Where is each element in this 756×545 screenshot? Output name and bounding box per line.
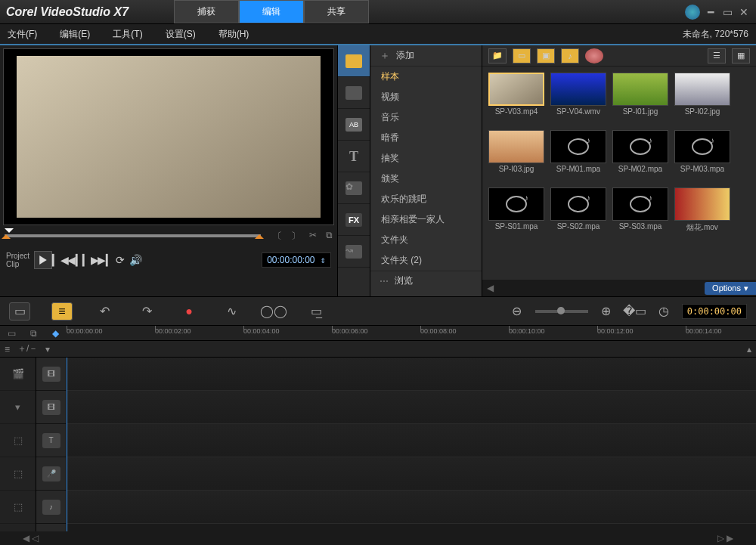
thumbnail[interactable]: SP-V04.wmv (550, 73, 606, 125)
filter-audio-button[interactable]: ♪ (561, 48, 579, 63)
options-button[interactable]: Options▾ (705, 282, 756, 295)
zoom-slider[interactable] (535, 310, 588, 313)
expand-icon[interactable]: ⧉ (326, 230, 333, 243)
project-clip-toggle[interactable]: Project Clip (6, 252, 29, 268)
track-toggle-music[interactable]: ⬚ (0, 491, 36, 524)
volume-button[interactable]: 🔊 (128, 254, 143, 266)
track-toggle-voice[interactable]: ⬚ (0, 457, 36, 491)
preview-viewport[interactable] (3, 48, 334, 225)
menu-settings[interactable]: 设置(S) (166, 28, 196, 41)
view-thumb-button[interactable]: ▦ (732, 48, 750, 63)
menu-tools[interactable]: 工具(T) (113, 28, 142, 41)
prev-frame-button[interactable]: ◀▎ (67, 254, 82, 266)
lib-tab-title[interactable]: T (338, 141, 370, 172)
filter-video-button[interactable]: ▭ (513, 48, 531, 63)
clock-icon[interactable]: ◷ (653, 302, 674, 320)
close-button[interactable]: ✕ (738, 6, 750, 18)
track-toggle-overlay[interactable]: ▾ (0, 391, 36, 424)
preview-timecode[interactable]: 00:00:00:00 ⇕ (262, 252, 331, 268)
lib-tab-filter[interactable]: FX (338, 204, 370, 236)
thumbnail[interactable]: SP-S01.mpa (488, 187, 544, 240)
ruler-marker-icon[interactable]: ◆ (52, 328, 59, 339)
folder-item[interactable]: 抽奖 (370, 148, 482, 169)
track-toggle-video[interactable]: 🎬 (0, 358, 36, 391)
ruler-mode-2[interactable]: ⧉ (30, 328, 37, 339)
video-track-header[interactable]: 🎞 (36, 358, 66, 391)
thumbnail[interactable]: SP-I03.jpg (488, 130, 544, 183)
voice-track-header[interactable]: 🎤 (36, 457, 66, 491)
folder-item[interactable]: 样本 (370, 67, 482, 87)
timeline-timecode[interactable]: 0:00:00:00 (682, 304, 747, 319)
playhead[interactable] (67, 358, 67, 531)
minimize-button[interactable]: ━ (705, 6, 717, 18)
thumbnail[interactable]: SP-M02.mpa (612, 130, 668, 183)
go-start-button[interactable]: ▎◀ (52, 254, 67, 266)
browse-button[interactable]: ⋯ 浏览 (370, 271, 482, 290)
thumbnail[interactable]: SP-S02.mpa (550, 187, 606, 240)
next-frame-button[interactable]: ▎▶ (82, 254, 98, 266)
overlay-track[interactable] (67, 391, 756, 424)
folder-item[interactable]: 相亲相爱一家人 (370, 209, 482, 230)
add-folder-button[interactable]: ＋ 添加 (370, 45, 482, 67)
video-track[interactable] (67, 358, 756, 391)
fit-project-button[interactable]: �▭ (624, 302, 646, 320)
import-button[interactable]: 📁 (488, 48, 507, 63)
tab-edit[interactable]: 编辑 (239, 0, 304, 23)
thumbnail[interactable]: SP-M01.mpa (550, 130, 606, 183)
menu-help[interactable]: 帮助(H) (218, 28, 249, 41)
lib-tab-graphic[interactable]: ✿ (338, 172, 370, 204)
globe-icon[interactable] (685, 5, 700, 20)
audio-mixer-button[interactable]: ∿ (221, 302, 242, 320)
timeline-scroll-left[interactable]: ◀ ◁ (23, 533, 53, 543)
thumbnail[interactable]: SP-V03.mp4 (488, 73, 544, 125)
tab-share[interactable]: 共享 (304, 0, 369, 23)
folder-item[interactable]: 颁奖 (370, 169, 482, 189)
gear-icon[interactable] (585, 48, 603, 63)
ruler-mode-1[interactable]: ▭ (8, 328, 16, 339)
menu-file[interactable]: 文件(F) (8, 28, 37, 41)
menu-edit[interactable]: 编辑(E) (60, 28, 90, 41)
thumbnail[interactable]: 烟花.mov (674, 187, 730, 240)
music-track[interactable] (67, 491, 756, 524)
lib-tab-instant[interactable] (338, 77, 370, 109)
overlay-track-header[interactable]: 🎞 (36, 391, 66, 424)
timeline-scroll-right[interactable]: ▷ ▶ (717, 533, 733, 543)
thumbnail[interactable]: SP-M03.mpa (674, 130, 730, 183)
go-end-button[interactable]: ▶▎ (98, 254, 113, 266)
thumbnail[interactable]: SP-S03.mpa (612, 187, 668, 240)
zoom-out-button[interactable]: ⊖ (507, 302, 528, 320)
timeline-mode-button[interactable]: ≡ (51, 302, 73, 320)
scroll-up-icon[interactable]: ▴ (747, 344, 751, 355)
title-track-header[interactable]: T (36, 424, 66, 457)
folder-item[interactable]: 文件夹 (370, 230, 482, 250)
zoom-in-button[interactable]: ⊕ (596, 302, 617, 320)
thumbnail[interactable]: SP-I02.jpg (674, 73, 730, 125)
scroll-left-icon[interactable]: ◀ (487, 283, 494, 293)
cut-icon[interactable]: ✂ (309, 230, 317, 243)
filter-photo-button[interactable]: ▣ (537, 48, 555, 63)
lib-tab-media[interactable] (338, 45, 370, 77)
title-track[interactable] (67, 424, 756, 457)
thumbnail[interactable]: SP-I01.jpg (612, 73, 668, 125)
track-menu-down[interactable]: ▾ (45, 344, 50, 355)
play-button[interactable] (34, 251, 52, 269)
folder-item[interactable]: 音乐 (370, 107, 482, 128)
track-toggle-title[interactable]: ⬚ (0, 424, 36, 457)
repeat-button[interactable]: ⟳ (113, 254, 128, 266)
view-list-button[interactable]: ☰ (708, 48, 726, 63)
scrub-bar[interactable] (5, 234, 261, 237)
redo-button[interactable]: ↷ (136, 302, 157, 320)
folder-item[interactable]: 暗香 (370, 128, 482, 148)
mark-out-icon[interactable]: 〕 (291, 230, 300, 243)
folder-item[interactable]: 文件夹 (2) (370, 250, 482, 271)
chapter-button[interactable]: ◯◯ (263, 302, 284, 320)
track-menu-add[interactable]: ＋/－ (17, 342, 38, 355)
undo-button[interactable]: ↶ (94, 302, 115, 320)
tab-capture[interactable]: 捕获 (174, 0, 239, 23)
record-button[interactable]: ● (178, 302, 200, 320)
music-track-header[interactable]: ♪ (36, 491, 66, 524)
folder-item[interactable]: 视频 (370, 87, 482, 107)
maximize-button[interactable]: ▭ (721, 6, 733, 18)
folder-item[interactable]: 欢乐的跳吧 (370, 189, 482, 209)
track-menu-1[interactable]: ≡ (5, 344, 10, 355)
